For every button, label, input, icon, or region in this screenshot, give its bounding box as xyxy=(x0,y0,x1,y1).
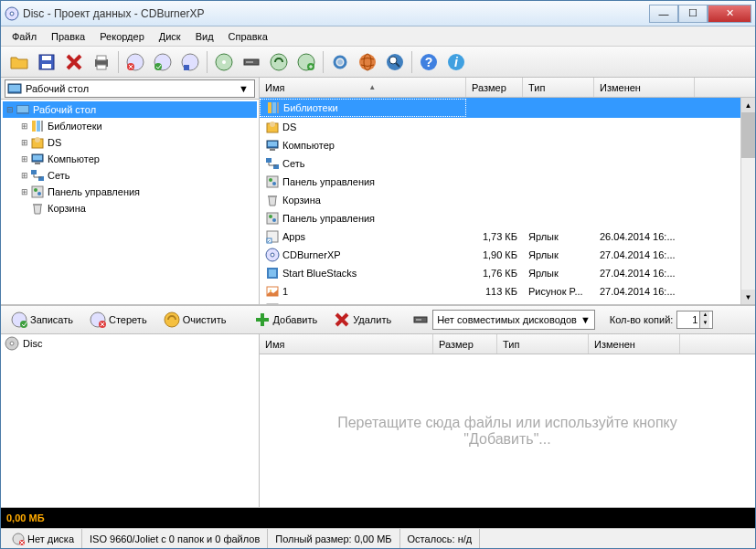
svg-point-11 xyxy=(154,63,162,70)
menu-recorder[interactable]: Рекордер xyxy=(94,29,150,44)
expand-icon[interactable]: ⊞ xyxy=(19,154,30,164)
drive-button[interactable] xyxy=(239,49,264,75)
search-button[interactable] xyxy=(382,49,408,75)
svg-text:?: ? xyxy=(425,55,433,69)
tree-label: Рабочий стол xyxy=(33,104,96,115)
copies-spinner[interactable]: ▲▼ xyxy=(676,311,713,329)
disc-icon xyxy=(5,336,19,351)
list-row[interactable]: CDBurnerXP1,90 КБЯрлык27.04.2014 16:... xyxy=(260,246,755,264)
expand-icon[interactable]: ⊞ xyxy=(19,171,30,180)
print-button[interactable] xyxy=(89,49,114,75)
list-row[interactable]: Панель управления xyxy=(260,173,755,191)
col-modified[interactable]: Изменен xyxy=(594,78,695,97)
expand-icon[interactable]: ⊞ xyxy=(19,138,30,147)
svg-rect-43 xyxy=(31,170,37,174)
record-button[interactable]: Записать xyxy=(5,308,80,332)
list-row[interactable]: 1113 КБРисунок P...27.04.2014 16:... xyxy=(260,282,755,301)
svg-point-18 xyxy=(271,54,287,70)
svg-rect-82 xyxy=(416,319,421,321)
col-size[interactable]: Размер xyxy=(433,334,497,354)
remove-button[interactable]: Удалить xyxy=(327,308,398,332)
drive-combo[interactable]: Нет совместимых дисководов▼ xyxy=(432,310,595,330)
svg-point-47 xyxy=(37,192,41,195)
col-type[interactable]: Тип xyxy=(523,78,594,97)
disc-ok-button[interactable] xyxy=(150,49,176,75)
tree-item-control[interactable]: ⊞Панель управления xyxy=(17,184,257,200)
open-button[interactable] xyxy=(6,49,32,75)
tree-item-computer[interactable]: ⊞Компьютер xyxy=(17,151,257,167)
compilation-list-header: Имя Размер Тип Изменен xyxy=(260,334,755,354)
file-list-header: Имя▲ Размер Тип Изменен xyxy=(260,78,755,98)
svg-point-65 xyxy=(272,218,276,222)
menu-edit[interactable]: Правка xyxy=(46,29,91,44)
file-list[interactable]: БиблиотекиDSКомпьютерСетьПанель управлен… xyxy=(260,98,755,304)
disc-tree[interactable]: Disc xyxy=(1,334,260,507)
svg-point-60 xyxy=(269,178,272,182)
list-row[interactable]: Компьютер xyxy=(260,136,755,154)
tree-item-ds[interactable]: ⊞DS xyxy=(17,134,257,151)
list-row[interactable]: Панель управления xyxy=(260,209,755,227)
tree-item-libraries[interactable]: ⊞Библиотеки xyxy=(17,118,257,134)
col-modified[interactable]: Изменен xyxy=(589,334,680,354)
svg-point-39 xyxy=(35,137,40,143)
scrollbar[interactable]: ▲ ▼ xyxy=(740,98,755,304)
disc-cancel-button[interactable] xyxy=(122,49,148,75)
disc-info-button[interactable] xyxy=(177,49,203,75)
svg-rect-13 xyxy=(184,65,189,70)
disc-burn-button[interactable] xyxy=(211,49,237,75)
menubar: Файл Правка Рекордер Диск Вид Справка xyxy=(1,26,755,47)
list-row[interactable]: Корзина xyxy=(260,191,755,209)
list-row[interactable]: Сеть xyxy=(260,154,755,173)
menu-view[interactable]: Вид xyxy=(190,29,219,44)
tree-item-bin[interactable]: Корзина xyxy=(17,200,257,216)
save-button[interactable] xyxy=(34,49,59,75)
settings-button[interactable] xyxy=(327,49,353,75)
collapse-icon[interactable]: ⊟ xyxy=(5,105,16,114)
clear-button[interactable]: Очистить xyxy=(157,308,233,332)
col-size[interactable]: Размер xyxy=(466,78,523,97)
erase-button[interactable]: Стереть xyxy=(83,308,154,332)
svg-point-22 xyxy=(337,59,343,65)
scroll-down-button[interactable]: ▼ xyxy=(741,290,755,304)
list-row[interactable]: Apps1,73 КБЯрлык26.04.2014 16:... xyxy=(260,227,755,246)
svg-rect-63 xyxy=(267,213,278,224)
expand-icon[interactable]: ⊞ xyxy=(19,187,30,196)
add-button[interactable]: Добавить xyxy=(248,308,325,332)
list-row[interactable]: DS xyxy=(260,118,755,136)
spin-up-button[interactable]: ▲ xyxy=(699,311,709,320)
menu-disc[interactable]: Диск xyxy=(154,29,186,44)
delete-red-button[interactable] xyxy=(61,49,87,75)
minimize-button[interactable]: — xyxy=(649,5,678,23)
disc-add-button[interactable] xyxy=(293,49,319,75)
spin-down-button[interactable]: ▼ xyxy=(699,320,709,328)
menu-file[interactable]: Файл xyxy=(6,29,42,44)
menu-help[interactable]: Справка xyxy=(223,29,273,44)
expand-icon[interactable]: ⊞ xyxy=(19,121,30,131)
main-toolbar: ? i xyxy=(1,47,755,78)
svg-rect-62 xyxy=(268,195,277,197)
scroll-thumb[interactable] xyxy=(741,112,755,158)
list-row[interactable]: Библиотеки xyxy=(260,98,755,118)
tree-item-network[interactable]: ⊞Сеть xyxy=(17,167,257,184)
copies-input[interactable] xyxy=(677,314,699,325)
maximize-button[interactable]: ☐ xyxy=(678,5,708,23)
disc-root[interactable]: Disc xyxy=(1,334,259,353)
disc-refresh-button[interactable] xyxy=(266,49,292,75)
col-type[interactable]: Тип xyxy=(497,334,589,354)
folder-tree[interactable]: ⊟ Рабочий стол ⊞Библиотеки ⊞DS ⊞Компьюте… xyxy=(1,100,259,304)
col-name[interactable]: Имя xyxy=(260,334,433,354)
app-icon xyxy=(5,6,19,21)
list-row[interactable]: cdbxp_setup_4.5.3.4746(4)5,06 ...Приложе… xyxy=(260,301,755,304)
list-row[interactable]: Start BlueStacks1,76 КБЯрлык27.04.2014 1… xyxy=(260,264,755,282)
titlebar: Disc - Проект данных - CDBurnerXP — ☐ ✕ xyxy=(1,1,755,26)
browser-pane: Рабочий стол ▼ ⊟ Рабочий стол ⊞Библиотек… xyxy=(1,78,755,305)
info-button[interactable]: i xyxy=(443,49,469,75)
scroll-up-button[interactable]: ▲ xyxy=(741,98,755,112)
help-button[interactable]: ? xyxy=(416,49,442,75)
tree-root[interactable]: ⊟ Рабочий стол xyxy=(3,101,257,118)
svg-rect-56 xyxy=(270,149,275,151)
col-name[interactable]: Имя▲ xyxy=(260,78,466,97)
close-button[interactable]: ✕ xyxy=(708,5,751,23)
globe-button[interactable] xyxy=(355,49,380,75)
location-combo[interactable]: Рабочий стол ▼ xyxy=(5,79,255,98)
